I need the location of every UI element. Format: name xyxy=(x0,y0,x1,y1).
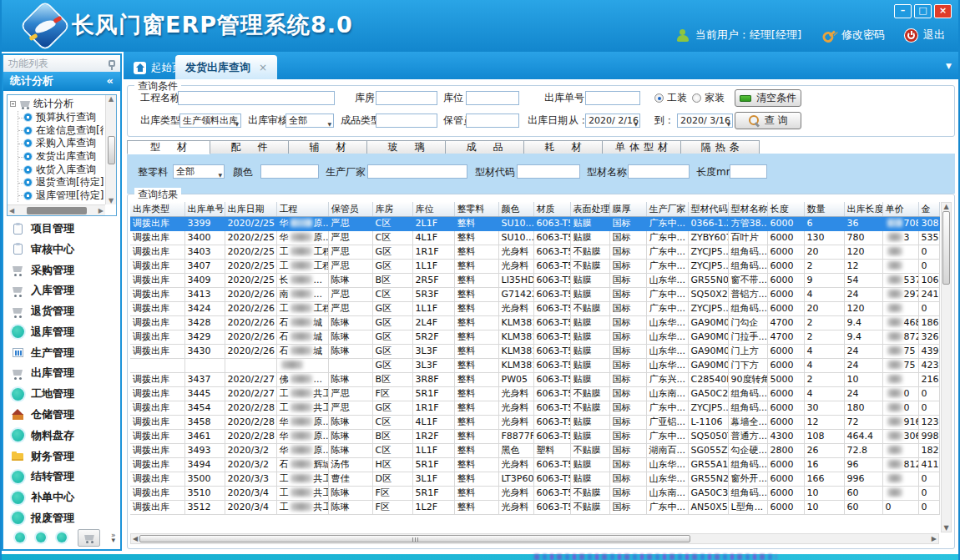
table-row[interactable]: 调拨出库34942020/3/2石辉城汤伟H区5R1F整料光身料6063-T5贴… xyxy=(130,457,939,472)
tree-item[interactable]: 在途信息查询[待 xyxy=(18,124,104,138)
tree-item[interactable]: 预算执行查询 xyxy=(18,111,104,124)
radio-industrial[interactable]: 工装 xyxy=(654,91,687,105)
material-tab[interactable]: 成品 xyxy=(446,140,524,154)
sidebar-menu-item[interactable]: 出库管理 xyxy=(7,366,115,381)
tree-item[interactable]: 采购入库查询 xyxy=(18,137,104,150)
sidebar-menu-item[interactable]: 工地管理 xyxy=(7,386,115,401)
table-row[interactable]: 调拨出库34582020/2/28华原...陈琳C区4L1F整料光身料6063-… xyxy=(130,415,939,429)
profile-code-input[interactable] xyxy=(517,164,580,179)
product-type-input[interactable] xyxy=(376,114,437,128)
sidebar-menu-item[interactable]: 退货管理 xyxy=(7,304,115,319)
close-button[interactable]: × xyxy=(934,4,952,18)
column-header[interactable]: 单价 xyxy=(882,202,918,216)
clear-conditions-button[interactable]: 清空条件 xyxy=(735,89,801,107)
scroll-up-icon[interactable]: ▲ xyxy=(109,95,114,103)
column-header[interactable]: 生产厂家 xyxy=(646,202,688,216)
column-header[interactable]: 出库类型 xyxy=(130,202,184,216)
whole-part-select[interactable]: 全部▼ xyxy=(173,164,225,179)
sidebar-menu-item[interactable]: 物料盘存 xyxy=(7,428,115,443)
table-row[interactable]: 调拨出库34932020/3/2华原...陈琳C区1L1F整料黑色塑料不贴膜国标… xyxy=(130,443,939,457)
tree-vertical-scrollbar[interactable]: ▲ ▼ xyxy=(105,95,116,204)
column-header[interactable]: 膜厚 xyxy=(609,202,646,216)
column-header[interactable]: 出库单号 xyxy=(184,202,225,216)
column-header[interactable]: 型材代码 xyxy=(688,202,728,216)
change-password-link[interactable]: 修改密码 xyxy=(841,28,885,43)
module-dot-icon[interactable] xyxy=(57,532,67,542)
scroll-right-icon[interactable]: ▶ xyxy=(99,207,104,214)
tree-root[interactable]: 统计分析 xyxy=(10,97,104,111)
column-header[interactable]: 保管员 xyxy=(328,202,372,216)
column-header[interactable]: 出库日期 xyxy=(225,202,276,216)
material-tab[interactable]: 配件 xyxy=(210,140,289,154)
column-header[interactable]: 出库长度 xyxy=(844,202,882,216)
table-row[interactable]: 调拨出库34282020/2/26石城陈琳G区2L4F整料KLM38176063… xyxy=(130,315,939,330)
sidebar-menu-item[interactable]: 报废管理 xyxy=(7,511,115,526)
logout-link[interactable]: 退出 xyxy=(923,28,945,43)
table-row[interactable]: 调拨出库34292020/2/26石城陈琳G区5R2F整料KLM38176063… xyxy=(130,330,939,344)
audit-select[interactable]: 全部▼ xyxy=(285,114,334,128)
sidebar-menu-item[interactable]: 采购管理 xyxy=(7,263,115,278)
sidebar-menu-item[interactable]: 补单中心 xyxy=(7,490,115,505)
table-row[interactable]: 调拨出库34452020/2/27工共工程严思F区5R1F整料光身料6063-T… xyxy=(130,386,939,401)
sidebar-menu-item[interactable]: 财务管理 xyxy=(7,449,115,464)
table-horizontal-scrollbar[interactable]: ◀ ▶ xyxy=(130,533,939,544)
table-row[interactable]: 调拨出库35102020/3/4工共工程陈琳F区5R1F整料光身料6063-T5… xyxy=(130,486,939,500)
pin-icon[interactable] xyxy=(109,60,115,67)
table-row[interactable]: 调拨出库34242020/2/26工工程严思G区1L1F整料光身料6063-T5… xyxy=(130,301,939,315)
project-name-input[interactable] xyxy=(178,91,335,105)
date-from-select[interactable]: 2020/ 2/16▼ xyxy=(585,114,640,128)
tree-expander-icon[interactable] xyxy=(10,101,16,107)
table-vertical-scrollbar[interactable]: ▲ ▼ xyxy=(941,202,952,532)
sidebar-menu-item[interactable]: 项目管理 xyxy=(7,221,115,236)
table-row[interactable]: 调拨出库34542020/2/28工共工程严思G区1R1F整料光身料6063-T… xyxy=(130,401,939,415)
date-to-select[interactable]: 2020/ 3/16▼ xyxy=(677,114,733,128)
section-header[interactable]: 统计分析 « xyxy=(3,72,120,91)
order-no-input[interactable] xyxy=(585,91,640,105)
material-tab[interactable]: 耗材 xyxy=(524,140,603,154)
module-dot-icon[interactable] xyxy=(36,532,46,542)
column-header[interactable]: 整零料 xyxy=(454,202,498,216)
radio-home[interactable]: 家装 xyxy=(692,91,725,105)
column-header[interactable]: 库房 xyxy=(372,202,412,216)
column-header[interactable]: 表面处理 xyxy=(570,202,609,216)
maker-input[interactable] xyxy=(367,164,467,179)
tab-close-icon[interactable]: × xyxy=(259,62,267,73)
material-tab[interactable]: 玻璃 xyxy=(367,140,446,154)
scroll-left-icon[interactable]: ◀ xyxy=(9,207,14,214)
table-row[interactable]: 调拨出库34132020/2/26南...严思C区5R3F整料G71422606… xyxy=(130,287,939,301)
more-modules-button[interactable]: »▾ xyxy=(111,532,116,542)
tree-item[interactable]: 退货查询[待定] xyxy=(18,176,104,189)
tree-horizontal-scrollbar[interactable]: ◀ ▶ xyxy=(8,204,105,215)
tab-list-caret-icon[interactable]: ▼ xyxy=(946,62,952,70)
column-header[interactable]: 工程 xyxy=(276,202,328,216)
scroll-thumb[interactable] xyxy=(108,136,115,164)
table-row[interactable]: 调拨出库35122020/3/4工共工程陈琳F区1L2F整料光身料6063-T5… xyxy=(130,500,939,514)
tree-item[interactable]: 发货出库查询 xyxy=(18,150,104,164)
table-row[interactable]: 调拨出库34072020/2/25工工程严思G区1L1F整料光身料6063-T5… xyxy=(130,259,939,273)
maximize-button[interactable]: □ xyxy=(914,4,932,18)
scroll-thumb[interactable] xyxy=(139,535,690,542)
module-dot-icon[interactable] xyxy=(15,532,25,542)
location-input[interactable] xyxy=(466,91,519,105)
column-header[interactable]: 长度 xyxy=(767,202,804,216)
search-button[interactable]: 查 询 xyxy=(735,112,801,129)
tree-item[interactable]: 收货入库查询 xyxy=(18,163,104,176)
sidebar-menu-item[interactable]: 仓储管理 xyxy=(7,407,115,422)
minimize-button[interactable]: – xyxy=(894,4,912,18)
sidebar-menu-item[interactable]: 结转管理 xyxy=(7,469,115,484)
keeper-input[interactable] xyxy=(466,114,519,128)
length-input[interactable] xyxy=(730,164,767,179)
column-header[interactable]: 金 xyxy=(918,202,939,216)
table-row[interactable]: 调拨出库34372020/2/27佛...陈琳B区3R8F整料PW056063-… xyxy=(130,372,939,386)
column-header[interactable]: 库位 xyxy=(412,202,454,216)
material-tab[interactable]: 隔热条 xyxy=(681,140,760,154)
table-row[interactable]: 调拨出库34002020/2/25华原...严思C区4L1F整料SU10...6… xyxy=(130,230,939,245)
tree-item[interactable]: 退库管理[待定] xyxy=(18,189,104,203)
table-row[interactable]: 调拨出库34612020/2/28华原...陈琳B区1R2F整料F8877FT6… xyxy=(130,429,939,443)
table-row[interactable]: 调拨出库34302020/2/26石城陈琳G区3L3F整料KLM38176063… xyxy=(130,344,939,358)
table-row[interactable]: 调拨出库33992020/2/25华原...严思C区2L1F整料SU10...6… xyxy=(130,216,939,230)
profile-name-input[interactable] xyxy=(628,164,690,179)
table-row[interactable]: G区3L3F整料KLM38176063-T5贴膜国标山东华...GA90M09.… xyxy=(130,358,939,372)
table-row[interactable]: 调拨出库34092020/2/25长...陈琳B区2R5F整料LI35HD606… xyxy=(130,273,939,287)
sidebar-menu-item[interactable]: 退库管理 xyxy=(7,325,115,340)
